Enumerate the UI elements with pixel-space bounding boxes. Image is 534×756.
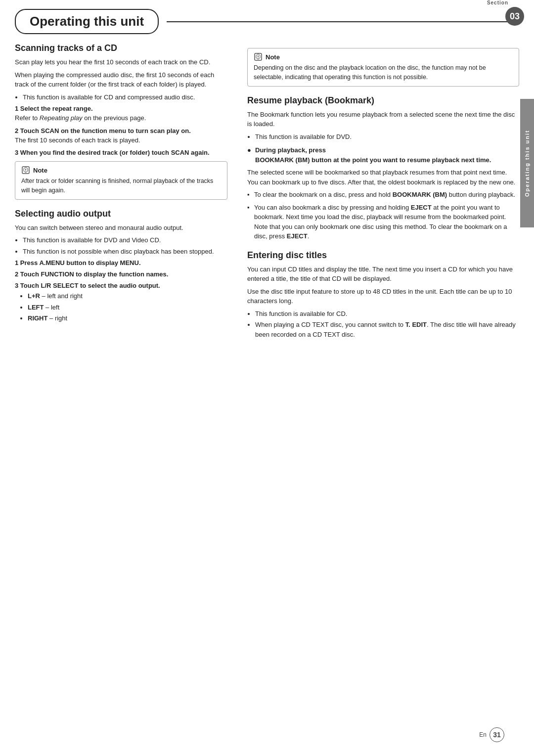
page-title: Operating this unit <box>30 14 144 29</box>
entering-heading: Entering disc titles <box>247 250 519 261</box>
resume-sq2: You can also bookmark a disc by pressing… <box>247 203 519 241</box>
selecting-intro: You can switch between stereo and monaur… <box>15 223 227 233</box>
note1-header: Note <box>21 166 221 175</box>
note2-body: Depending on the disc and the playback l… <box>254 63 513 82</box>
note-icon-2 <box>254 52 263 61</box>
resume-step-title: During playback, pressBOOKMARK (BM) butt… <box>255 146 491 164</box>
resume-circle-step: During playback, pressBOOKMARK (BM) butt… <box>247 145 519 165</box>
right-column: Note Depending on the disc and the playb… <box>242 43 519 342</box>
note1-label: Note <box>33 167 47 174</box>
scanning-step1-body: Refer to Repeating play on the previous … <box>15 113 227 123</box>
resume-step-body: The selected scene will be bookmarked so… <box>247 168 519 187</box>
title-box: Operating this unit <box>15 9 159 34</box>
sel-step1-title: 1 Press A.MENU button to display MENU. <box>15 259 227 267</box>
resume-intro: The Bookmark function lets you resume pl… <box>247 110 519 129</box>
scanning-bullets: This function is available for CD and co… <box>23 92 227 102</box>
note2-header: Note <box>254 52 513 61</box>
page-header: Operating this unit Section 03 <box>0 0 534 34</box>
scanning-step2: 2 Touch SCAN on the function menu to tur… <box>15 127 227 145</box>
main-content: Scanning tracks of a CD Scan play lets y… <box>0 34 534 342</box>
sel-step3: 3 Touch L/R SELECT to select the audio o… <box>15 282 227 323</box>
selecting-bullet1: This function is available for DVD and V… <box>23 235 227 245</box>
selecting-heading: Selecting audio output <box>15 209 227 219</box>
resume-heading: Resume playback (Bookmark) <box>247 95 519 106</box>
sel-step1: 1 Press A.MENU button to display MENU. <box>15 259 227 267</box>
page-footer: En 31 <box>479 727 504 742</box>
sel-sub3: RIGHT – right <box>28 313 227 323</box>
section-label: Section <box>487 0 508 5</box>
scanning-step3: 3 When you find the desired track (or fo… <box>15 149 227 156</box>
scanning-step2-body: The first 10 seconds of each track is pl… <box>15 135 227 145</box>
sel-sub1: L+R – left and right <box>28 291 227 301</box>
note1-body: After track or folder scanning is finish… <box>21 177 221 195</box>
scanning-intro1: Scan play lets you hear the first 10 sec… <box>15 57 227 67</box>
svg-point-5 <box>258 58 259 59</box>
footer-en-label: En <box>479 731 487 738</box>
entering-intro2: Use the disc title input feature to stor… <box>247 287 519 306</box>
svg-point-2 <box>25 171 26 172</box>
selecting-bullet2: This function is not possible when disc … <box>23 247 227 257</box>
note-box-2: Note Depending on the disc and the playb… <box>247 48 519 87</box>
note-icon-1 <box>21 166 30 175</box>
selecting-bullets: This function is available for DVD and V… <box>23 235 227 256</box>
resume-bullets: This function is available for DVD. <box>255 132 519 142</box>
scanning-bullet1: This function is available for CD and co… <box>23 92 227 102</box>
sel-step3-title: 3 Touch L/R SELECT to select the audio o… <box>15 282 227 289</box>
scanning-step1: 1 Select the repeat range. Refer to Repe… <box>15 105 227 123</box>
scanning-step1-title: 1 Select the repeat range. <box>15 105 227 112</box>
entering-bullet1: This function is available for CD. <box>255 309 519 319</box>
entering-bullet2: When playing a CD TEXT disc, you cannot … <box>255 320 519 339</box>
sel-step2: 2 Touch FUNCTION to display the function… <box>15 270 227 278</box>
page-number: 31 <box>490 727 504 742</box>
left-column: Scanning tracks of a CD Scan play lets y… <box>15 43 242 342</box>
resume-bullet1: This function is available for DVD. <box>255 132 519 142</box>
entering-bullets: This function is available for CD. When … <box>255 309 519 340</box>
header-line <box>167 21 519 22</box>
section-number: 03 <box>505 7 524 26</box>
side-tab: Operating this unit <box>520 99 534 227</box>
entering-intro1: You can input CD titles and display the … <box>247 265 519 284</box>
resume-sq1: To clear the bookmark on a disc, press a… <box>247 190 519 200</box>
scanning-intro2: When playing the compressed audio disc, … <box>15 70 227 89</box>
scanning-heading: Scanning tracks of a CD <box>15 43 227 53</box>
sel-step2-title: 2 Touch FUNCTION to display the function… <box>15 270 227 278</box>
note2-label: Note <box>266 53 280 61</box>
scanning-step3-title: 3 When you find the desired track (or fo… <box>15 149 227 156</box>
note-box-1: Note After track or folder scanning is f… <box>15 161 227 200</box>
sel-sub-bullets: L+R – left and right LEFT – left RIGHT –… <box>28 291 227 323</box>
scanning-step2-title: 2 Touch SCAN on the function menu to tur… <box>15 127 227 134</box>
sel-sub2: LEFT – left <box>28 303 227 312</box>
